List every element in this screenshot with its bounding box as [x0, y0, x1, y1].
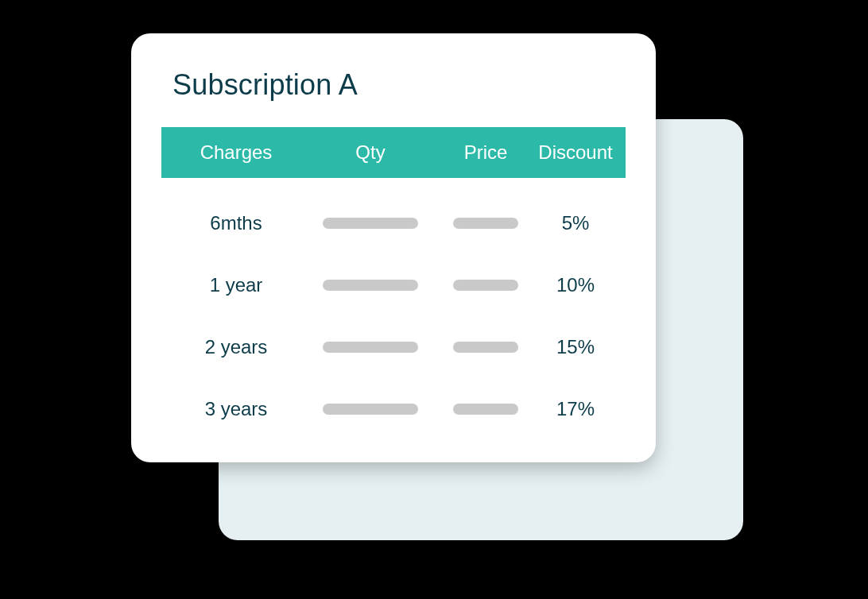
table-row: 2 years 15% [161, 316, 626, 378]
table-row: 6mths 5% [161, 192, 626, 254]
table-row: 3 years 17% [161, 378, 626, 440]
placeholder-bar-icon [323, 404, 418, 415]
cell-price [438, 218, 533, 229]
cell-price [438, 280, 533, 291]
cell-charges: 3 years [169, 398, 303, 420]
cell-charges: 1 year [169, 274, 303, 296]
cell-discount: 5% [533, 212, 618, 234]
placeholder-bar-icon [453, 404, 518, 415]
cell-qty [303, 342, 438, 353]
cell-qty [303, 280, 438, 291]
subscription-card: Subscription A Charges Qty Price Discoun… [131, 33, 656, 462]
placeholder-bar-icon [453, 218, 518, 229]
cell-qty [303, 218, 438, 229]
cell-qty [303, 404, 438, 415]
cell-discount: 15% [533, 336, 618, 358]
col-header-discount: Discount [533, 141, 618, 164]
col-header-price: Price [438, 141, 533, 164]
table-header: Charges Qty Price Discount [161, 127, 626, 178]
placeholder-bar-icon [453, 280, 518, 291]
card-title: Subscription A [172, 68, 626, 102]
cell-price [438, 404, 533, 415]
cell-charges: 6mths [169, 212, 303, 234]
cell-charges: 2 years [169, 336, 303, 358]
placeholder-bar-icon [323, 342, 418, 353]
placeholder-bar-icon [453, 342, 518, 353]
col-header-qty: Qty [303, 141, 438, 164]
placeholder-bar-icon [323, 280, 418, 291]
col-header-charges: Charges [169, 141, 303, 164]
placeholder-bar-icon [323, 218, 418, 229]
cell-discount: 10% [533, 274, 618, 296]
table-body: 6mths 5% 1 year 10% 2 years [161, 178, 626, 440]
cell-price [438, 342, 533, 353]
table-row: 1 year 10% [161, 254, 626, 316]
cell-discount: 17% [533, 398, 618, 420]
